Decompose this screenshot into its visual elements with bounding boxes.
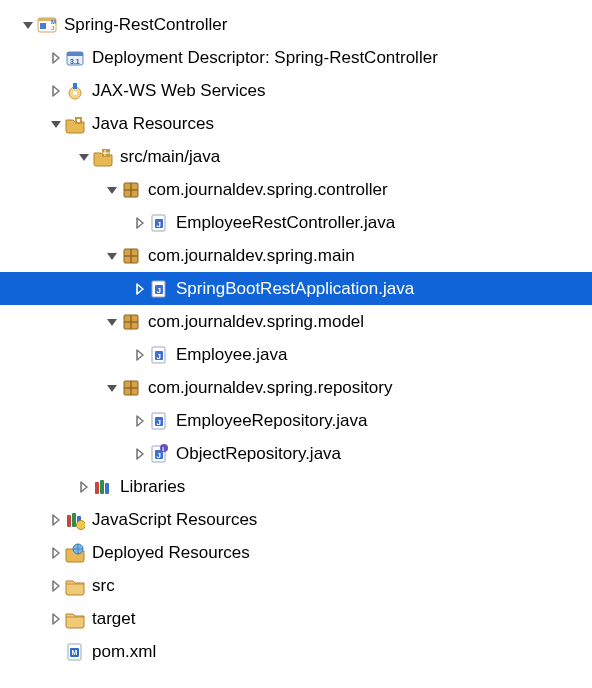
expand-arrow-icon[interactable]: [48, 580, 64, 592]
svg-rect-24: [130, 249, 131, 263]
svg-rect-36: [130, 381, 131, 395]
tree-item-label: ObjectRepository.java: [176, 445, 341, 462]
package-icon: [120, 179, 142, 201]
folder-icon: [64, 608, 86, 630]
svg-rect-2: [40, 23, 46, 29]
tree-item-label: pom.xml: [92, 643, 156, 660]
svg-text:J: J: [157, 450, 161, 459]
tree-item-label: com.journaldev.spring.model: [148, 313, 364, 330]
jaxws-icon: [64, 80, 86, 102]
expand-arrow-icon[interactable]: [48, 514, 64, 526]
javafile-icon: J: [148, 278, 170, 300]
tree-item[interactable]: com.journaldev.spring.main: [0, 239, 592, 272]
expand-arrow-icon[interactable]: [48, 547, 64, 559]
svg-rect-9: [73, 83, 77, 89]
tree-item[interactable]: src/main/java: [0, 140, 592, 173]
collapse-arrow-icon[interactable]: [20, 20, 36, 30]
svg-rect-45: [95, 482, 99, 494]
svg-rect-12: [77, 119, 80, 122]
tree-item-label: EmployeeRepository.java: [176, 412, 368, 429]
tree-item[interactable]: JavaScript Resources: [0, 503, 592, 536]
expand-arrow-icon[interactable]: [48, 613, 64, 625]
project-icon: M J: [36, 14, 58, 36]
tree-item-label: Deployment Descriptor: Spring-RestContro…: [92, 49, 438, 66]
tree-item-label: src: [92, 577, 115, 594]
collapse-arrow-icon[interactable]: [48, 119, 64, 129]
tree-item[interactable]: J IObjectRepository.java: [0, 437, 592, 470]
tree-item-label: Java Resources: [92, 115, 214, 132]
javafile-icon: J: [148, 344, 170, 366]
folder-icon: [64, 575, 86, 597]
tree-item[interactable]: JEmployee.java: [0, 338, 592, 371]
svg-point-43: [160, 444, 168, 452]
tree-item-label: Deployed Resources: [92, 544, 250, 561]
jslib-icon: [64, 509, 86, 531]
svg-text:M: M: [72, 649, 78, 656]
expand-arrow-icon[interactable]: [132, 217, 148, 229]
expand-arrow-icon[interactable]: [132, 283, 148, 295]
tree-item[interactable]: Mpom.xml: [0, 635, 592, 668]
tree-item[interactable]: Java Resources: [0, 107, 592, 140]
svg-text:J: J: [157, 417, 161, 426]
package-icon: [120, 245, 142, 267]
svg-rect-30: [130, 315, 131, 329]
svg-rect-47: [105, 483, 109, 494]
collapse-arrow-icon[interactable]: [104, 185, 120, 195]
javares-icon: [64, 113, 86, 135]
svg-point-10: [73, 91, 77, 95]
tree-item-label: JavaScript Resources: [92, 511, 257, 528]
svg-text:J: J: [157, 351, 161, 360]
javaiface-icon: J I: [148, 443, 170, 465]
svg-rect-18: [130, 183, 131, 197]
tree-item[interactable]: Deployed Resources: [0, 536, 592, 569]
svg-rect-15: [103, 152, 110, 153]
svg-rect-46: [100, 480, 104, 494]
tree-item[interactable]: com.journaldev.spring.repository: [0, 371, 592, 404]
expand-arrow-icon[interactable]: [132, 448, 148, 460]
tree-item-label: com.journaldev.spring.controller: [148, 181, 388, 198]
tree-item-label: src/main/java: [120, 148, 220, 165]
svg-text:J: J: [51, 25, 54, 31]
tree-item[interactable]: JEmployeeRepository.java: [0, 404, 592, 437]
srcfolder-icon: [92, 146, 114, 168]
tree-item[interactable]: JSpringBootRestApplication.java: [0, 272, 592, 305]
tree-item-label: com.journaldev.spring.main: [148, 247, 355, 264]
svg-point-51: [77, 520, 86, 529]
collapse-arrow-icon[interactable]: [104, 317, 120, 327]
tree-item-label: Libraries: [120, 478, 185, 495]
tree-item-label: EmployeeRestController.java: [176, 214, 395, 231]
javafile-icon: J: [148, 212, 170, 234]
tree-item[interactable]: src: [0, 569, 592, 602]
tree-item[interactable]: M JSpring-RestController: [0, 8, 592, 41]
tree-item-label: com.journaldev.spring.repository: [148, 379, 392, 396]
expand-arrow-icon[interactable]: [132, 349, 148, 361]
tree-item[interactable]: target: [0, 602, 592, 635]
expand-arrow-icon[interactable]: [48, 85, 64, 97]
tree-item[interactable]: 3.1Deployment Descriptor: Spring-RestCon…: [0, 41, 592, 74]
tree-item-label: Spring-RestController: [64, 16, 227, 33]
tree-item[interactable]: Libraries: [0, 470, 592, 503]
collapse-arrow-icon[interactable]: [104, 383, 120, 393]
svg-rect-49: [72, 513, 76, 527]
svg-rect-6: [67, 52, 83, 56]
collapse-arrow-icon[interactable]: [104, 251, 120, 261]
pom-icon: M: [64, 641, 86, 663]
tree-item[interactable]: com.journaldev.spring.controller: [0, 173, 592, 206]
tree-item-label: JAX-WS Web Services: [92, 82, 266, 99]
package-icon: [120, 311, 142, 333]
project-explorer-tree: M JSpring-RestController 3.1Deployment D…: [0, 8, 592, 668]
svg-rect-48: [67, 515, 71, 527]
package-icon: [120, 377, 142, 399]
tree-item-label: target: [92, 610, 135, 627]
tree-item-label: SpringBootRestApplication.java: [176, 280, 414, 297]
expand-arrow-icon[interactable]: [132, 415, 148, 427]
tree-item[interactable]: JAX-WS Web Services: [0, 74, 592, 107]
svg-text:J: J: [157, 285, 161, 294]
tree-item[interactable]: JEmployeeRestController.java: [0, 206, 592, 239]
expand-arrow-icon[interactable]: [48, 52, 64, 64]
webxml-icon: 3.1: [64, 47, 86, 69]
tree-item[interactable]: com.journaldev.spring.model: [0, 305, 592, 338]
svg-text:3.1: 3.1: [70, 58, 80, 65]
collapse-arrow-icon[interactable]: [76, 152, 92, 162]
expand-arrow-icon[interactable]: [76, 481, 92, 493]
